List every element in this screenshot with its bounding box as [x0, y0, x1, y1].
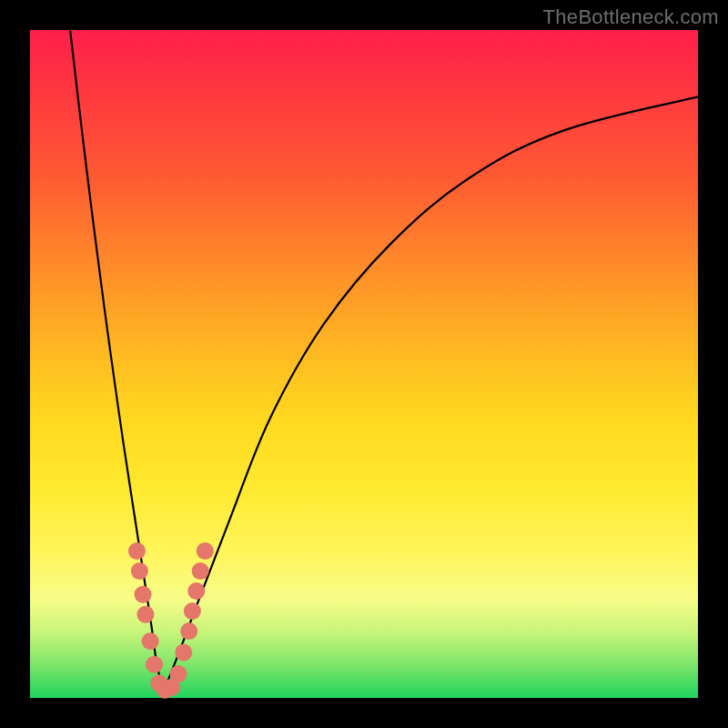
curve-right-branch: [164, 96, 698, 691]
trough-dot: [135, 586, 152, 603]
trough-dot: [197, 542, 214, 560]
trough-dot: [131, 562, 148, 580]
trough-dot: [169, 665, 187, 682]
trough-dot: [142, 632, 159, 650]
trough-dot: [187, 582, 205, 600]
trough-dot: [192, 562, 209, 580]
trough-dot: [136, 606, 154, 623]
trough-dot: [175, 644, 192, 662]
trough-dot: [128, 542, 146, 560]
plot-area: [30, 30, 698, 698]
chart-svg: [30, 30, 698, 698]
trough-dot: [184, 602, 201, 620]
trough-dot-cluster: [128, 542, 214, 699]
trough-dot: [180, 622, 197, 640]
trough-dot: [146, 656, 163, 673]
chart-frame: TheBottleneck.com: [0, 0, 728, 728]
watermark-text: TheBottleneck.com: [543, 5, 719, 29]
